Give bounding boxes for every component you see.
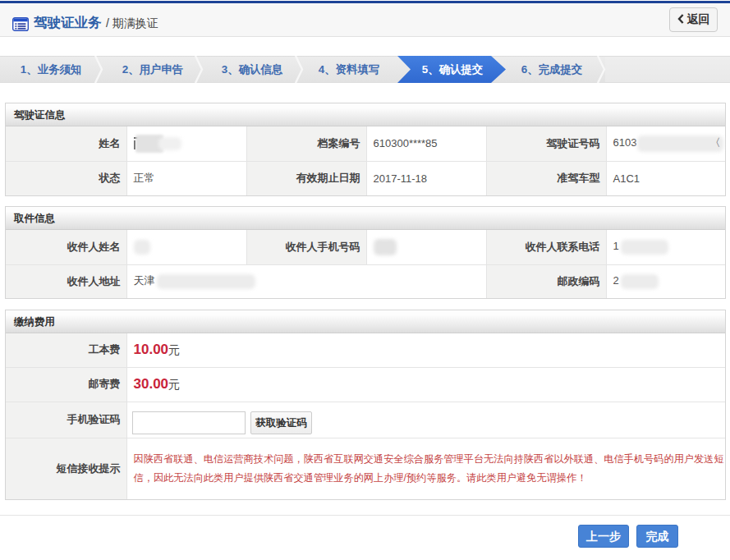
- svg-text:2、用户申告: 2、用户申告: [122, 63, 183, 76]
- svg-text:5、确认提交: 5、确认提交: [422, 63, 484, 76]
- svg-text:4、资料填写: 4、资料填写: [319, 63, 379, 76]
- svg-text:1、业务须知: 1、业务须知: [21, 63, 81, 76]
- svg-text:3、确认信息: 3、确认信息: [222, 63, 283, 76]
- svg-text:6、完成提交: 6、完成提交: [521, 63, 583, 76]
